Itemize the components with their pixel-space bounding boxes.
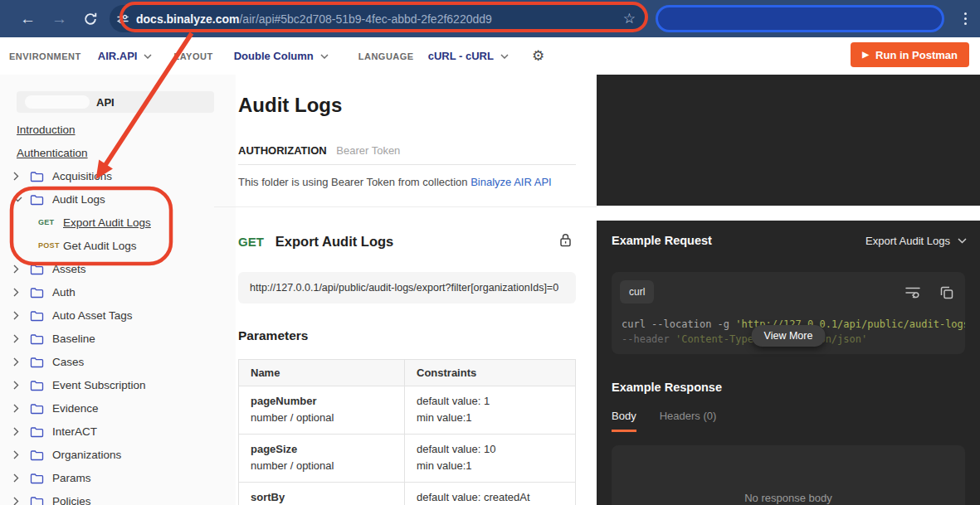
view-more-button[interactable]: View More: [752, 325, 826, 347]
method-get-badge: GET: [38, 218, 60, 226]
sidebar-folder-evidence[interactable]: Evidence: [0, 396, 236, 420]
browser-chrome: ← → docs.binalyze.com/air/api#5bc2d708-5…: [0, 0, 980, 37]
param-constraint: default value: 1: [417, 395, 563, 407]
chevron-right-icon: [13, 427, 23, 436]
site-settings-icon[interactable]: [115, 13, 130, 25]
example-request-selector[interactable]: Export Audit Logs: [865, 235, 967, 247]
folder-icon: [30, 402, 44, 415]
sidebar-folder-audit-logs[interactable]: Audit Logs: [0, 187, 236, 211]
url-text[interactable]: docs.binalyze.com/air/api#5bc2d708-51b9-…: [136, 12, 492, 26]
example-panel-request-block: Example Request Export Audit Logs curl c…: [597, 221, 980, 505]
chevron-right-icon: [13, 404, 23, 413]
page: ← → docs.binalyze.com/air/api#5bc2d708-5…: [0, 0, 980, 505]
back-icon[interactable]: ←: [20, 11, 35, 27]
collection-header: API: [17, 91, 214, 113]
request-url: http://127.0.0.1/api/public/audit-logs/e…: [238, 272, 576, 303]
sidebar: API Introduction Authentication Acquisit…: [0, 75, 236, 505]
param-type: number / optional: [251, 411, 392, 424]
request-label: Get Audit Logs: [63, 240, 137, 252]
folder-label: Audit Logs: [52, 193, 105, 206]
browser-menu-icon[interactable]: [964, 12, 967, 25]
bookmark-star-icon[interactable]: ☆: [623, 12, 636, 26]
url-path: /air/api#5bc2d708-51b9-4fec-abbd-2fe2f62…: [239, 12, 491, 26]
authorization-label: AUTHORIZATION: [238, 144, 327, 157]
sidebar-folder-assets[interactable]: Assets: [0, 257, 236, 280]
chevron-down-icon[interactable]: [144, 54, 152, 59]
response-body-box: No response body: [612, 445, 965, 505]
address-bar[interactable]: docs.binalyze.com/air/api#5bc2d708-51b9-…: [110, 5, 646, 32]
wrap-text-icon[interactable]: [905, 286, 920, 299]
sidebar-request-export-audit-logs[interactable]: GET Export Audit Logs: [0, 211, 236, 234]
settings-gear-icon[interactable]: ⚙: [532, 49, 544, 63]
example-request-heading: Example Request: [612, 234, 712, 247]
chevron-right-icon: [13, 357, 23, 367]
param-name: sortBy: [251, 491, 392, 503]
chevron-right-icon: [13, 311, 23, 320]
sidebar-folder-cases[interactable]: Cases: [0, 350, 236, 373]
parameters-heading: Parameters: [238, 328, 576, 343]
sidebar-folder-acquisitions[interactable]: Acquisitions: [0, 164, 236, 187]
language-select[interactable]: cURL - cURL: [428, 50, 494, 62]
method-post-badge: POST: [38, 241, 60, 250]
sidebar-item-introduction[interactable]: Introduction: [17, 124, 76, 136]
folder-icon: [30, 309, 44, 322]
sidebar-folder-baseline[interactable]: Baseline: [0, 327, 236, 350]
folder-label: Acquisitions: [52, 170, 112, 182]
chevron-down-icon[interactable]: [500, 54, 509, 59]
sidebar-request-get-audit-logs[interactable]: POST Get Audit Logs: [0, 234, 236, 257]
example-request-selector-value: Export Audit Logs: [865, 235, 950, 247]
environment-select[interactable]: AIR.API: [98, 50, 138, 62]
method-get-label: GET: [238, 235, 264, 249]
chevron-right-icon: [13, 172, 23, 181]
run-in-postman-button[interactable]: ▶ Run in Postman: [851, 42, 969, 67]
param-name: pageSize: [251, 443, 392, 455]
folder-label: Assets: [52, 263, 86, 275]
column-name: Name: [239, 360, 405, 386]
collection-link[interactable]: Binalyze AIR API: [470, 176, 552, 188]
folder-label: Evidence: [52, 402, 99, 415]
sidebar-folder-params[interactable]: Params: [0, 466, 236, 489]
folder-label: Organizations: [52, 449, 121, 461]
chevron-right-icon: [13, 450, 23, 459]
tab-headers[interactable]: Headers (0): [660, 410, 717, 432]
sidebar-item-authentication[interactable]: Authentication: [17, 147, 88, 159]
tab-body[interactable]: Body: [612, 410, 636, 432]
reload-icon[interactable]: [83, 12, 98, 27]
copy-icon[interactable]: [940, 286, 953, 299]
chevron-right-icon: [13, 288, 23, 297]
folder-label: Baseline: [52, 333, 95, 345]
folder-icon: [30, 495, 44, 505]
redacted-collection-name: [25, 95, 90, 109]
request-title: Export Audit Logs: [275, 234, 393, 250]
chevron-down-icon[interactable]: [320, 54, 329, 59]
param-constraint: min value:1: [417, 411, 563, 424]
section-divider: [214, 206, 597, 207]
example-panel-empty-block: [597, 75, 980, 206]
sidebar-folder-auto-asset-tags[interactable]: Auto Asset Tags: [0, 303, 236, 327]
sidebar-folder-auth[interactable]: Auth: [0, 280, 236, 303]
chevron-right-icon: [13, 334, 23, 343]
sidebar-folder-interact[interactable]: InterACT: [0, 420, 236, 443]
layout-select[interactable]: Double Column: [234, 50, 314, 62]
code-language-tab[interactable]: curl: [620, 280, 654, 303]
param-constraint: min value:1: [417, 459, 563, 472]
folder-icon: [30, 449, 44, 461]
folder-label: InterACT: [52, 425, 97, 438]
auth-note-text: This folder is using Bearer Token from c…: [238, 176, 468, 188]
folder-label: Params: [52, 472, 91, 484]
example-response-heading: Example Response: [612, 381, 722, 394]
chevron-down-icon: [13, 197, 23, 202]
folder-icon: [30, 286, 44, 299]
redacted-extension-area[interactable]: [656, 5, 944, 32]
folder-label: Event Subscription: [52, 379, 146, 391]
page-title: Audit Logs: [238, 94, 576, 117]
forward-icon[interactable]: →: [51, 11, 66, 27]
sidebar-folder-event-subscription[interactable]: Event Subscription: [0, 373, 236, 396]
folder-icon: [30, 193, 44, 206]
sidebar-folder-policies[interactable]: Policies: [0, 489, 236, 505]
param-constraint: default value: 10: [417, 443, 563, 455]
column-constraints: Constraints: [405, 360, 576, 386]
folder-icon: [30, 356, 44, 368]
sidebar-folder-organizations[interactable]: Organizations: [0, 443, 236, 466]
param-type: number / optional: [251, 459, 392, 472]
